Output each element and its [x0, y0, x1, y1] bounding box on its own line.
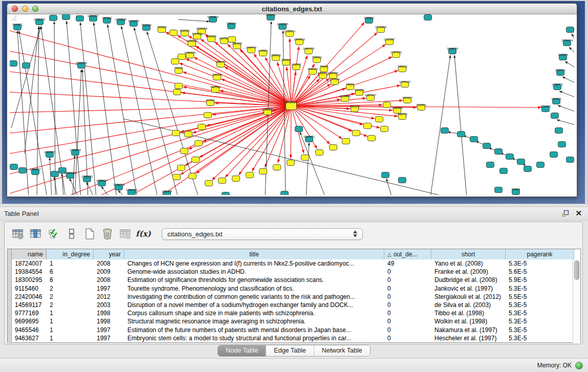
- table-cell-in-degree[interactable]: 1: [47, 334, 94, 342]
- graph-node-yellow[interactable]: [316, 150, 323, 156]
- table-cell-pagerank[interactable]: 5.3E-5: [506, 326, 574, 334]
- table-cell-short[interactable]: Wolkin et al. (1998): [431, 317, 506, 325]
- graph-node-teal[interactable]: [524, 166, 532, 172]
- show-columns-icon[interactable]: [29, 227, 42, 240]
- table-cell-year[interactable]: 2008: [94, 259, 124, 268]
- graph-node-yellow[interactable]: 9463627: [402, 96, 412, 103]
- table-cell-out-de-[interactable]: 0: [384, 268, 431, 276]
- graph-node-teal[interactable]: 19145451: [303, 135, 315, 142]
- table-cell-title[interactable]: Genome-wide association studies in ADHD.: [124, 268, 384, 276]
- table-cell-in-degree[interactable]: 2: [47, 293, 94, 301]
- table-cell-in-degree[interactable]: 2: [47, 301, 94, 309]
- new-column-icon[interactable]: [83, 227, 96, 240]
- tab-edge-table[interactable]: Edge Table: [266, 345, 314, 356]
- table-cell-year[interactable]: 2003: [94, 301, 124, 309]
- table-cell-pagerank[interactable]: 5.3E-5: [506, 301, 574, 309]
- graph-node-yellow[interactable]: 12325413: [284, 30, 295, 37]
- graph-node-teal[interactable]: 12923468: [126, 188, 137, 195]
- table-row[interactable]: 969969511998Structural magnetic resonanc…: [12, 317, 574, 325]
- close-panel-icon[interactable]: ✕: [575, 209, 582, 217]
- graph-node-teal[interactable]: 2087682: [364, 16, 374, 24]
- graph-node-teal[interactable]: 8813054: [266, 14, 276, 20]
- graph-node-teal[interactable]: [50, 15, 57, 21]
- graph-node-teal[interactable]: [487, 162, 494, 168]
- graph-node-yellow[interactable]: [173, 90, 181, 95]
- column-header-in-degree[interactable]: in_degree: [47, 249, 94, 259]
- table-cell-out-de-[interactable]: 0: [384, 326, 431, 334]
- graph-node-teal[interactable]: [555, 128, 563, 134]
- graph-node-teal[interactable]: [551, 113, 559, 119]
- graph-node-teal[interactable]: [62, 14, 70, 20]
- graph-node-teal[interactable]: [567, 27, 574, 33]
- table-cell-pagerank[interactable]: 5.3E-5: [506, 317, 574, 325]
- table-cell-name[interactable]: 18724007: [12, 259, 47, 268]
- graph-node-yellow[interactable]: 8186328: [206, 35, 216, 42]
- table-cell-out-de-[interactable]: 0: [384, 276, 431, 284]
- window-resize-grip[interactable]: [10, 14, 17, 21]
- table-cell-pagerank[interactable]: 5.3E-5: [506, 309, 574, 317]
- table-cell-pagerank[interactable]: 5.3E-5: [506, 259, 574, 268]
- table-cell-pagerank[interactable]: 5.3E-5: [506, 285, 574, 293]
- table-cell-title[interactable]: Estimation of the future numbers of pati…: [124, 326, 384, 334]
- table-cell-pagerank[interactable]: 5.6E-5: [506, 268, 574, 276]
- graph-node-yellow[interactable]: [219, 178, 226, 184]
- graph-node-teal[interactable]: [550, 152, 558, 158]
- graph-node-teal[interactable]: 7357224: [226, 22, 236, 29]
- graph-node-teal[interactable]: [495, 149, 503, 155]
- table-cell-name[interactable]: 14569117: [12, 301, 47, 309]
- table-cell-name[interactable]: 9463627: [12, 334, 47, 342]
- minimize-window-button[interactable]: [22, 6, 28, 12]
- table-row[interactable]: 1872400712008Changes of HCN gene express…: [12, 259, 574, 268]
- graph-node-teal[interactable]: [441, 128, 449, 134]
- table-row[interactable]: 1456911722003Disruption of a novel membe…: [12, 301, 574, 309]
- graph-node-yellow[interactable]: [273, 165, 281, 170]
- table-cell-year[interactable]: 2012: [94, 293, 124, 301]
- graph-node-teal[interactable]: 20053346: [76, 61, 87, 69]
- graph-node-teal[interactable]: 10653267: [88, 14, 99, 21]
- table-cell-short[interactable]: Yano et al. (2008): [431, 259, 506, 268]
- graph-node-teal[interactable]: 9129966: [558, 53, 568, 60]
- graph-node-yellow[interactable]: [232, 176, 240, 182]
- graph-node-yellow[interactable]: 9115460: [416, 103, 426, 111]
- table-cell-out-de-[interactable]: 0: [384, 317, 431, 325]
- graph-node-teal[interactable]: [495, 187, 503, 193]
- graph-node-yellow[interactable]: 8454749: [246, 46, 256, 53]
- graph-node-teal[interactable]: [506, 154, 514, 160]
- graph-node-yellow[interactable]: 20364436: [339, 95, 351, 102]
- graph-node-teal[interactable]: [483, 143, 491, 149]
- table-cell-year[interactable]: 1998: [94, 317, 124, 325]
- graph-node-teal[interactable]: [537, 162, 545, 168]
- table-row[interactable]: 1938455462009Genome-wide association stu…: [12, 268, 574, 276]
- graph-node-yellow[interactable]: [342, 139, 350, 144]
- table-row[interactable]: 977716911998Corpus callosum shape and si…: [12, 309, 574, 317]
- graph-node-teal[interactable]: 9415571: [12, 23, 23, 30]
- graph-node-yellow[interactable]: [175, 83, 183, 89]
- table-cell-title[interactable]: Changes of HCN gene expression and I(f) …: [124, 259, 384, 268]
- table-cell-year[interactable]: 1997: [94, 285, 124, 293]
- graph-node-yellow[interactable]: 7485063: [397, 65, 407, 72]
- graph-node-yellow[interactable]: 12213987: [384, 38, 395, 45]
- network-view-window[interactable]: citations_edges.txt 99129541522605891275…: [7, 3, 577, 197]
- column-header-name[interactable]: name: [12, 249, 47, 259]
- table-row[interactable]: 946362711997Embryonic stem cells: a mode…: [12, 334, 574, 342]
- graph-node-teal[interactable]: [281, 191, 289, 195]
- table-cell-short[interactable]: Tibbo et al. (1998): [431, 309, 506, 317]
- graph-node-teal[interactable]: [222, 192, 230, 195]
- graph-node-yellow[interactable]: 18724007: [286, 101, 297, 110]
- graph-node-teal[interactable]: 9227341: [555, 69, 565, 76]
- graph-node-teal[interactable]: 1202148: [162, 190, 172, 195]
- graph-node-teal[interactable]: 20206576: [44, 150, 55, 158]
- column-header-title[interactable]: title: [124, 249, 384, 259]
- table-cell-year[interactable]: 2009: [94, 268, 124, 276]
- graph-node-yellow[interactable]: [383, 102, 391, 108]
- graph-node-teal[interactable]: [19, 168, 27, 173]
- graph-node-teal[interactable]: 7515526: [141, 24, 151, 31]
- graph-node-yellow[interactable]: [364, 123, 372, 129]
- table-cell-short[interactable]: Nakamura et al. (1997): [431, 326, 506, 334]
- graph-node-yellow[interactable]: [287, 160, 295, 166]
- table-cell-year[interactable]: 2008: [94, 276, 124, 284]
- table-cell-year[interactable]: 1997: [94, 326, 124, 334]
- graph-node-yellow[interactable]: 2146821: [258, 49, 268, 56]
- graph-node-yellow[interactable]: 14961758: [303, 47, 314, 54]
- graph-node-yellow[interactable]: 16154808: [375, 26, 386, 33]
